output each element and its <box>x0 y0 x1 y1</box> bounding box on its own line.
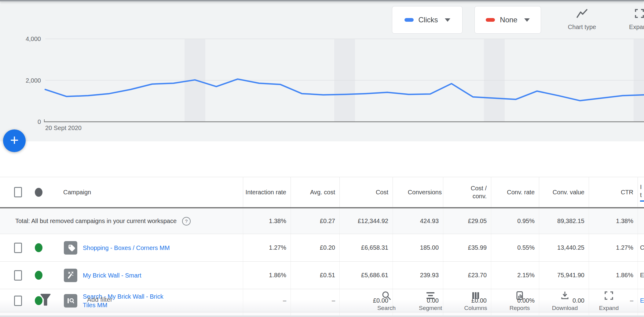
metric-cell: £0.51 <box>291 262 339 289</box>
status-column-header-dot[interactable] <box>35 188 42 197</box>
metric-cell: 75,941.90 <box>539 262 589 289</box>
y-axis-tick: 4,000 <box>9 35 41 43</box>
table-header-row: Campaign Interaction rate Avg. cost Cost… <box>0 177 644 208</box>
metric-cell: – <box>243 289 291 312</box>
line-chart-icon <box>576 8 588 20</box>
metric-cell-clipped: C <box>638 234 644 261</box>
expand-table-button[interactable]: Expand <box>586 291 632 311</box>
metric-cell: – <box>291 289 339 312</box>
status-enabled-dot[interactable] <box>35 243 42 252</box>
column-header[interactable]: Avg. cost <box>291 177 339 207</box>
metric-cell: 1.86% <box>589 262 638 289</box>
expand-icon <box>634 8 644 20</box>
add-filter-button[interactable]: Add filter <box>87 296 112 303</box>
column-header[interactable]: Conv. rate <box>491 177 539 207</box>
y-axis-tick: 0 <box>9 117 41 126</box>
columns-button[interactable]: Columns <box>453 291 499 311</box>
segment-button[interactable]: Segment <box>408 291 453 311</box>
clipped-header-underline <box>640 200 644 202</box>
metric-2-color-pill <box>486 18 495 22</box>
search-icon <box>382 291 391 302</box>
total-label-cell: Total: All but removed campaigns in your… <box>0 208 243 234</box>
more-button-clipped[interactable]: M <box>630 291 644 310</box>
column-header[interactable]: CTR <box>589 177 638 207</box>
campaign-link[interactable]: Shopping - Boxes / Corners MM <box>83 244 170 252</box>
row-checkbox[interactable] <box>14 296 22 306</box>
row-checkbox[interactable] <box>14 270 22 281</box>
search-button[interactable]: Search <box>364 291 409 311</box>
tool-label: Segment <box>419 305 442 311</box>
metric-cell: £35.99 <box>443 234 491 261</box>
metric-cell: £23.70 <box>443 262 491 289</box>
metric-2-dropdown[interactable]: None <box>474 6 541 34</box>
metric-cell: 185.00 <box>393 234 443 261</box>
metric-cell: 239.93 <box>393 262 443 289</box>
column-header-clipped[interactable]: I t <box>638 177 644 207</box>
chevron-down-icon <box>524 18 530 22</box>
select-all-checkbox[interactable] <box>14 187 22 197</box>
table-row: My Brick Wall - Smart 1.86% £0.51 £5,686… <box>0 262 644 289</box>
tool-label: Download <box>552 305 578 311</box>
metric-2-label: None <box>500 16 517 24</box>
tool-label: Search <box>377 305 396 311</box>
window-top-edge <box>0 0 644 2</box>
table-toolbar: Add filter Search Segment <box>0 141 644 177</box>
metric-cell: £5,686.61 <box>339 262 393 289</box>
metric-cell: 1.86% <box>243 262 291 289</box>
new-campaign-fab-button[interactable]: + <box>3 129 26 152</box>
tool-label: Expand <box>599 305 619 311</box>
smart-campaign-icon <box>64 269 77 282</box>
plus-icon: + <box>10 133 19 147</box>
help-icon[interactable]: ? <box>182 217 191 226</box>
search-campaign-icon <box>64 294 77 308</box>
campaign-link[interactable]: My Brick Wall - Smart <box>83 271 141 280</box>
column-header[interactable]: Interaction rate <box>243 177 291 207</box>
shopping-campaign-icon <box>64 241 77 255</box>
total-value: 89,382.15 <box>539 208 589 234</box>
segment-icon <box>426 291 435 302</box>
column-header[interactable]: Conv. value <box>539 177 589 207</box>
campaign-header-cell: Campaign <box>0 177 243 207</box>
reports-button[interactable]: Reports <box>497 291 543 311</box>
download-icon <box>560 291 570 302</box>
expand-chart-button[interactable]: Expand <box>620 8 644 31</box>
metric-cell: £6,658.31 <box>339 234 393 261</box>
metric-cell: £0.20 <box>291 234 339 261</box>
y-axis-tick: 2,000 <box>9 76 41 85</box>
download-button[interactable]: Download <box>542 291 588 311</box>
table-row: Shopping - Boxes / Corners MM 1.27% £0.2… <box>0 234 644 262</box>
total-value: £12,344.92 <box>339 208 393 234</box>
clicks-line-chart[interactable] <box>0 2 644 143</box>
filter-funnel-icon[interactable] <box>40 293 51 308</box>
column-header[interactable]: Conversions <box>393 177 443 207</box>
tool-label: Reports <box>510 305 530 311</box>
metric-1-color-pill <box>404 18 414 22</box>
total-label: Total: All but removed campaigns in your… <box>15 218 177 225</box>
total-value: £0.27 <box>291 208 339 234</box>
column-header-campaign[interactable]: Campaign <box>63 188 91 196</box>
campaign-cell: Search - My Brick Wall - Brick Tiles MM <box>0 289 243 312</box>
column-header[interactable]: Cost / conv. <box>443 177 491 207</box>
campaign-cell: My Brick Wall - Smart <box>0 262 243 289</box>
metric-cell: 13,440.25 <box>539 234 589 261</box>
column-header[interactable]: Cost <box>339 177 393 207</box>
total-value: 1.38% <box>243 208 291 234</box>
metric-1-dropdown[interactable]: Clicks <box>392 6 463 34</box>
expand-chart-label: Expand <box>629 24 644 31</box>
chart-type-label: Chart type <box>568 24 596 31</box>
chevron-down-icon <box>445 18 450 22</box>
google-ads-campaigns-screen: 4,000 2,000 0 20 Sept 2020 Clicks None C… <box>0 0 644 317</box>
total-value: 1.38% <box>589 208 638 234</box>
metric-cell: 2.15% <box>491 262 539 289</box>
total-value: 0.95% <box>491 208 539 234</box>
metric-cell-clipped: E <box>638 262 644 289</box>
metric-cell: 0.55% <box>491 234 539 261</box>
expand-icon <box>604 291 614 302</box>
row-checkbox[interactable] <box>14 243 22 253</box>
total-value: £29.05 <box>443 208 491 234</box>
status-enabled-dot[interactable] <box>35 271 42 280</box>
total-value-clipped <box>638 208 644 234</box>
reports-icon <box>515 291 525 302</box>
chart-type-button[interactable]: Chart type <box>562 8 602 31</box>
metric-cell: 1.27% <box>589 234 638 261</box>
